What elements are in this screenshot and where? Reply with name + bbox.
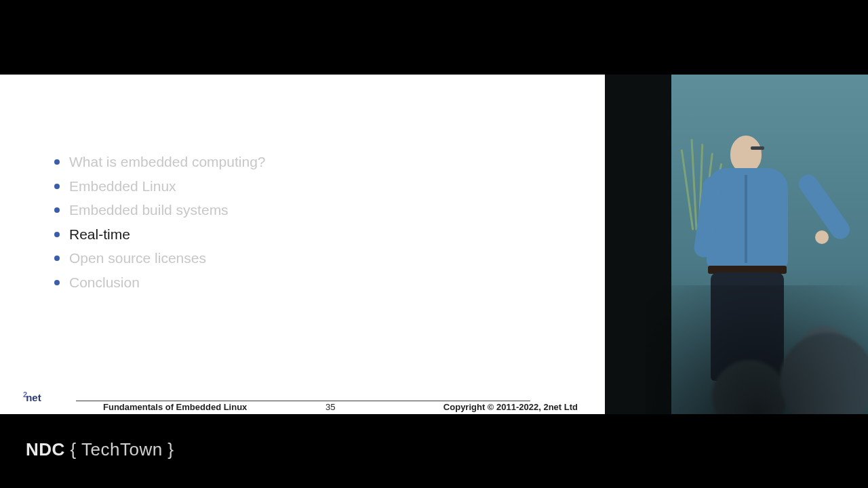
content-stage: What is embedded computing? Embedded Lin… — [0, 75, 868, 414]
agenda-item: Embedded build systems — [54, 203, 266, 217]
slide-logo: 2net — [23, 390, 41, 403]
brand-name: NDC — [26, 439, 65, 460]
conference-brand-overlay: NDC { TechTown } — [26, 439, 174, 460]
agenda-item: Open source licenses — [54, 251, 266, 265]
slide-footer: 2net Fundamentals of Embedded Linux 35 C… — [0, 391, 605, 414]
speaker-camera-feed — [605, 75, 868, 414]
slide-page-number: 35 — [326, 402, 335, 412]
agenda-item: Conclusion — [54, 275, 266, 289]
agenda-item: What is embedded computing? — [54, 155, 266, 169]
agenda-item-active: Real-time — [54, 227, 266, 241]
presentation-slide: What is embedded computing? Embedded Lin… — [0, 75, 605, 414]
logo-text: net — [26, 392, 41, 403]
agenda-list: What is embedded computing? Embedded Lin… — [54, 155, 266, 299]
footer-divider — [76, 401, 530, 401]
slide-deck-title: Fundamentals of Embedded Linux — [103, 402, 247, 412]
brand-subtitle: { TechTown } — [65, 439, 174, 460]
slide-copyright: Copyright © 2011-2022, 2net Ltd — [443, 402, 578, 412]
agenda-item: Embedded Linux — [54, 179, 266, 193]
